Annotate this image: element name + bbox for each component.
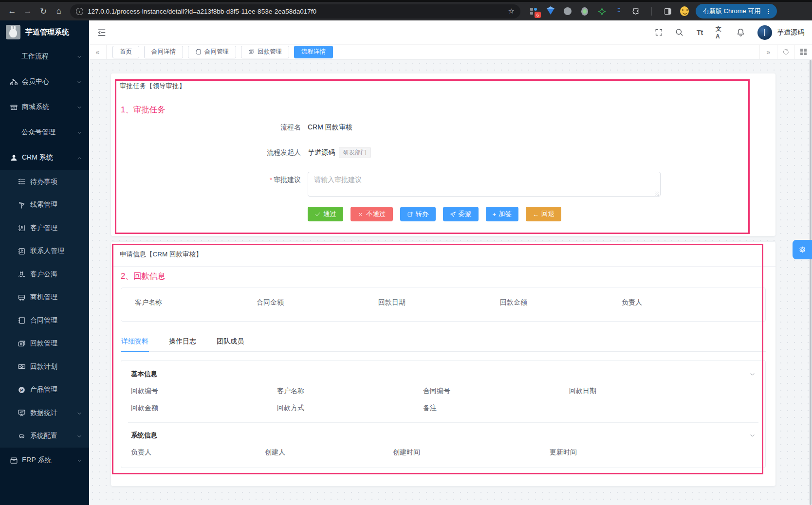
money-card-icon [18,340,26,348]
profile-avatar[interactable] [680,7,689,16]
chevron-down-icon [76,104,82,110]
field-label: 更新时间 [550,448,756,457]
extension-icon-6[interactable]: ⌃⌃ [614,7,623,16]
sidebar-item-product[interactable]: P 产品管理 [0,379,89,402]
tag-contract-manage[interactable]: 合同管理 [188,46,236,58]
chrome-update-button[interactable]: 有新版 Chrome 可用 ⋮ [696,4,777,18]
system-info-row: 负责人 创建人 创建时间 更新时间 [128,440,758,457]
sidebar-item-business[interactable]: 商机管理 [0,286,89,309]
username[interactable]: 芋道源码 [777,28,804,37]
add-sign-button[interactable]: + 加签 [486,207,519,221]
browser-home-icon[interactable]: ⌂ [52,4,66,18]
plus-icon: + [493,211,497,217]
reject-button[interactable]: 不通过 [351,207,393,221]
storage-box-icon [10,456,18,465]
side-panel-icon[interactable] [663,7,672,16]
process-name-row: 流程名 CRM 回款审核 [111,123,775,132]
browser-forward-icon[interactable]: → [20,4,35,18]
translate-icon[interactable]: 文A [716,28,725,37]
browser-back-icon[interactable]: ← [5,4,19,18]
tags-scroll-left-icon[interactable]: « [89,45,107,59]
app-logo-row[interactable]: 芋道管理系统 [0,20,89,44]
approval-task-card: 审批任务【领导审批】 1、审批任务 流程名 CRM 回款审核 流程发起人 芋道源… [111,73,775,236]
sidebar-item-receivable-plan[interactable]: 回款计划 [0,355,89,379]
extensions-puzzle-icon[interactable] [631,7,640,16]
sidebar-item-leads[interactable]: 线索管理 [0,194,89,217]
basic-info-section-header[interactable]: 基本信息 [128,361,758,379]
sidebar-item-mall[interactable]: 商城系统 [0,94,89,120]
chevron-down-icon[interactable] [749,371,756,378]
process-name-value: CRM 回款审核 [308,123,352,132]
extension-icon-3[interactable] [563,7,572,16]
initiator-dept-tag: 研发部门 [339,147,371,158]
app-title: 芋道管理系统 [25,28,69,37]
font-size-icon[interactable]: Tt [695,28,704,37]
process-name-label: 流程名 [111,123,308,132]
tag-process-detail[interactable]: 流程详情 [294,46,333,58]
sidebar-item-customer[interactable]: 客户管理 [0,216,89,240]
back-arrow-icon: ← [533,211,539,217]
summary-header: 合同金额 [257,298,378,321]
summary-header: 负责人 [622,298,765,321]
chevron-down-icon [76,129,82,135]
extension-icon-1[interactable]: 6 [529,7,538,16]
menu-fold-icon[interactable] [97,28,107,37]
detail-panel: 基本信息 回款编号 客户名称 合同编号 回款日期 回款金额 回款方式 备注 [121,360,766,468]
approve-button[interactable]: 通过 [308,207,343,221]
bookmark-star-icon[interactable]: ☆ [508,7,515,16]
chevron-down-icon[interactable] [749,433,756,439]
return-button[interactable]: ← 回退 [526,207,561,221]
sidebar-item-receivable[interactable]: 回款管理 [0,332,89,356]
extension-icon-4[interactable] [580,7,589,16]
sidebar-item-crm[interactable]: CRM 系统 [0,145,89,170]
transfer-button[interactable]: 转办 [400,207,436,221]
initiator-row: 流程发起人 芋道源码 研发部门 [111,147,775,158]
tags-scroll-right-icon[interactable]: » [759,45,777,59]
sidebar-item-config[interactable]: 系统配置 [0,425,89,448]
opinion-row: *审批建议 [111,172,775,198]
sidebar-item-official-account[interactable]: 公众号管理 [0,120,89,145]
site-info-icon[interactable]: i [76,8,83,15]
extension-icon-2[interactable] [546,7,555,16]
address-bar[interactable]: i 127.0.0.1/process-instance/detail?id=a… [70,4,520,18]
delegate-button[interactable]: 委派 [443,207,479,221]
extension-badge: 6 [535,12,541,18]
chart-board-icon [18,409,26,417]
tag-receivable-manage[interactable]: 回款管理 [241,46,289,58]
sidebar-item-statistics[interactable]: 数据统计 [0,401,89,425]
tag-contract-detail[interactable]: 合同详情 [144,46,183,58]
user-avatar[interactable] [757,25,772,40]
browser-menu-icon[interactable]: ⋮ [763,7,773,15]
tag-home[interactable]: 首页 [112,46,139,58]
field-label: 回款日期 [569,387,756,396]
refresh-icon[interactable] [777,45,794,59]
browser-reload-icon[interactable]: ↻ [36,4,51,18]
sidebar-item-public-pool[interactable]: 客户公海 [0,263,89,286]
annotation-1: 1、审批任务 [121,105,775,115]
sidebar-item-todo[interactable]: 待办事项 [0,170,89,194]
tab-team-members[interactable]: 团队成员 [216,334,244,351]
page-scrollbar[interactable] [810,60,812,505]
search-icon[interactable] [675,28,684,37]
fullscreen-icon[interactable] [654,28,664,37]
url-text[interactable]: 127.0.0.1/process-instance/detail?id=a21… [88,8,316,15]
basic-info-row-2: 回款金额 回款方式 备注 [128,396,758,413]
bell-icon[interactable] [736,28,745,37]
extension-icon-5[interactable] [597,7,606,16]
sidebar-item-contract[interactable]: 合同管理 [0,309,89,332]
tab-operation-log[interactable]: 操作日志 [168,334,197,351]
chevron-down-icon [76,433,82,439]
sidebar-item-member[interactable]: 会员中心 [0,69,89,94]
sidebar-item-contacts[interactable]: 联系人管理 [0,240,89,263]
system-info-section-header[interactable]: 系统信息 [128,423,758,440]
layout-grid-icon[interactable] [794,45,812,59]
tag-list: 首页 合同详情 合同管理 回款管理 流程详情 [107,46,759,58]
resize-grip-icon[interactable] [655,192,659,196]
opinion-textarea[interactable] [308,172,661,197]
sidebar-item-erp[interactable]: ERP 系统 [0,448,89,473]
settings-fab[interactable] [793,240,812,259]
sidebar-item-workflow[interactable]: 工作流程 [0,44,89,69]
tab-detail-info[interactable]: 详细资料 [121,334,149,352]
field-label: 回款金额 [131,404,277,413]
logo-rabbit-image [6,25,20,39]
